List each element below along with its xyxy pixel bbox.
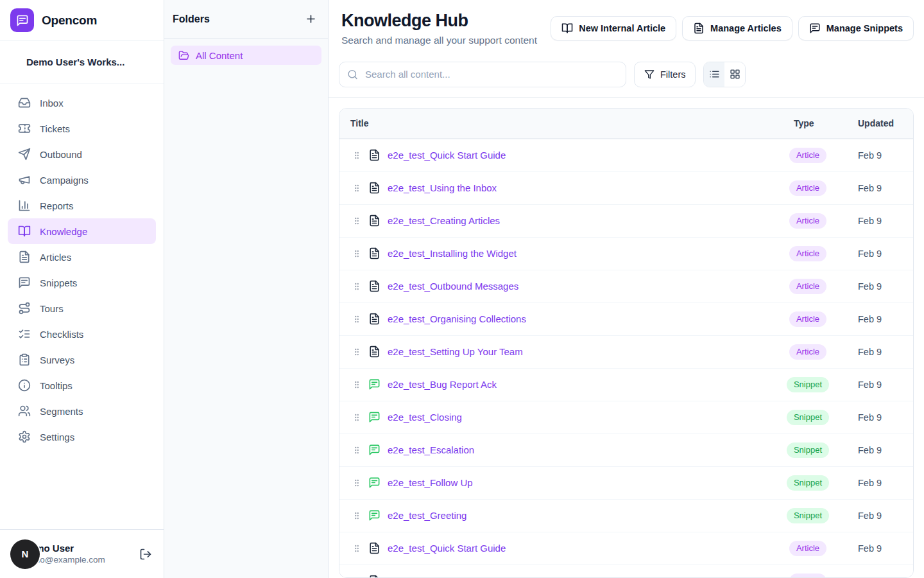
- file-text-icon: [18, 250, 31, 263]
- type-badge: Article: [789, 246, 826, 261]
- content-title-link[interactable]: e2e_test_Using the Inbox: [388, 575, 497, 578]
- sidebar-item-snippets[interactable]: Snippets: [8, 270, 156, 295]
- sidebar-item-tours[interactable]: Tours: [8, 295, 156, 321]
- article-icon: [368, 575, 381, 578]
- updated-date: Feb 9: [836, 478, 913, 488]
- drag-handle-icon[interactable]: [352, 249, 361, 258]
- clipboard-list-icon: [18, 353, 31, 366]
- column-header-type: Type: [780, 118, 836, 128]
- sidebar-item-tooltips[interactable]: Tooltips: [8, 372, 156, 398]
- filter-icon: [644, 69, 654, 80]
- sidebar-item-label: Articles: [40, 252, 71, 263]
- manage-snippets-button[interactable]: Manage Snippets: [798, 16, 914, 40]
- bar-chart-icon: [18, 199, 31, 212]
- sidebar-item-label: Inbox: [40, 98, 64, 109]
- users-icon: [18, 405, 31, 417]
- folder-item-label: All Content: [196, 50, 243, 61]
- drag-handle-icon[interactable]: [352, 282, 361, 291]
- updated-date: Feb 9: [836, 511, 913, 521]
- table-row: e2e_test_Using the Inbox Article Feb 9: [339, 565, 913, 578]
- content-title-link[interactable]: e2e_test_Follow Up: [388, 477, 473, 488]
- sidebar-item-outbound[interactable]: Outbound: [8, 141, 156, 167]
- content-title-link[interactable]: e2e_test_Outbound Messages: [388, 281, 518, 292]
- sidebar-item-label: Outbound: [40, 149, 82, 160]
- list-view-button[interactable]: [704, 62, 724, 87]
- workspace-name: Demo User's Works...: [26, 57, 145, 67]
- folders-panel: Folders All Content: [164, 0, 329, 578]
- sidebar-item-settings[interactable]: Settings: [8, 424, 156, 450]
- type-badge: Article: [789, 213, 826, 229]
- manage-articles-button[interactable]: Manage Articles: [682, 16, 792, 40]
- content-title-link[interactable]: e2e_test_Quick Start Guide: [388, 150, 506, 161]
- drag-handle-icon[interactable]: [352, 184, 361, 193]
- main-content: Knowledge Hub Search and manage all your…: [329, 0, 924, 578]
- folder-item-all-content[interactable]: All Content: [171, 46, 321, 65]
- app-sidebar: Opencom Demo User's Works... Inbox Ticke…: [0, 0, 164, 578]
- content-title-link[interactable]: e2e_test_Escalation: [388, 444, 474, 455]
- grid-view-button[interactable]: [724, 62, 745, 87]
- folder-open-icon: [178, 50, 189, 61]
- drag-handle-icon[interactable]: [352, 413, 361, 422]
- table-row: e2e_test_Follow Up Snippet Feb 9: [339, 466, 913, 499]
- message-square-icon: [18, 276, 31, 289]
- updated-date: Feb 9: [836, 347, 913, 357]
- logout-button[interactable]: [138, 547, 153, 562]
- new-internal-article-button[interactable]: New Internal Article: [551, 16, 676, 40]
- search-input[interactable]: [339, 62, 626, 87]
- sidebar-nav: Inbox Tickets Outbound Campaigns Reports…: [0, 83, 164, 529]
- sidebar-item-segments[interactable]: Segments: [8, 398, 156, 424]
- content-title-link[interactable]: e2e_test_Bug Report Ack: [388, 379, 497, 390]
- drag-handle-icon[interactable]: [352, 446, 361, 455]
- sidebar-item-surveys[interactable]: Surveys: [8, 347, 156, 372]
- sidebar-item-label: Surveys: [40, 355, 74, 365]
- workspace-selector[interactable]: Demo User's Works...: [0, 41, 164, 83]
- type-badge: Article: [789, 574, 826, 578]
- drag-handle-icon[interactable]: [352, 544, 361, 553]
- action-button-label: Manage Articles: [710, 23, 782, 33]
- content-title-link[interactable]: e2e_test_Setting Up Your Team: [388, 346, 523, 357]
- drag-handle-icon[interactable]: [352, 216, 361, 225]
- drag-handle-icon[interactable]: [352, 380, 361, 389]
- drag-handle-icon[interactable]: [352, 478, 361, 487]
- sidebar-item-inbox[interactable]: Inbox: [8, 90, 156, 116]
- avatar[interactable]: N: [10, 539, 40, 569]
- add-folder-button[interactable]: [302, 10, 320, 28]
- content-title-link[interactable]: e2e_test_Using the Inbox: [388, 182, 497, 193]
- sidebar-item-tickets[interactable]: Tickets: [8, 116, 156, 141]
- page-title: Knowledge Hub: [341, 12, 537, 31]
- updated-date: Feb 9: [836, 412, 913, 423]
- sidebar-item-label: Campaigns: [40, 175, 89, 186]
- brand-name: Opencom: [42, 13, 97, 28]
- drag-handle-icon[interactable]: [352, 315, 361, 324]
- content-title-link[interactable]: e2e_test_Closing: [388, 412, 462, 423]
- header-actions: New Internal Article Manage Articles Man…: [551, 12, 914, 40]
- content-title-link[interactable]: e2e_test_Organising Collections: [388, 313, 526, 324]
- snippet-icon: [368, 477, 381, 489]
- content-title-link[interactable]: e2e_test_Installing the Widget: [388, 248, 517, 259]
- drag-handle-icon[interactable]: [352, 151, 361, 160]
- drag-handle-icon[interactable]: [352, 347, 361, 356]
- sidebar-item-checklists[interactable]: Checklists: [8, 321, 156, 347]
- filters-button[interactable]: Filters: [634, 62, 696, 87]
- info-icon: [18, 379, 31, 392]
- type-badge: Article: [789, 541, 826, 556]
- sidebar-item-label: Reports: [40, 200, 74, 211]
- snippet-icon: [368, 378, 381, 390]
- content-table: Title Type Updated e2e_test_Quick Start …: [339, 108, 914, 578]
- book-open-icon: [18, 225, 31, 238]
- list-icon: [709, 69, 720, 80]
- sidebar-item-campaigns[interactable]: Campaigns: [8, 167, 156, 193]
- updated-date: Feb 9: [836, 249, 913, 259]
- sidebar-item-knowledge[interactable]: Knowledge: [8, 218, 156, 244]
- content-title-link[interactable]: e2e_test_Creating Articles: [388, 215, 500, 226]
- updated-date: Feb 9: [836, 445, 913, 455]
- type-badge: Snippet: [787, 410, 829, 425]
- folders-title: Folders: [173, 13, 210, 25]
- page-subtitle: Search and manage all your support conte…: [341, 35, 537, 46]
- content-title-link[interactable]: e2e_test_Greeting: [388, 510, 466, 521]
- sidebar-item-reports[interactable]: Reports: [8, 193, 156, 218]
- content-title-link[interactable]: e2e_test_Quick Start Guide: [388, 543, 506, 554]
- sidebar-item-articles[interactable]: Articles: [8, 244, 156, 270]
- updated-date: Feb 9: [836, 543, 913, 554]
- drag-handle-icon[interactable]: [352, 511, 361, 520]
